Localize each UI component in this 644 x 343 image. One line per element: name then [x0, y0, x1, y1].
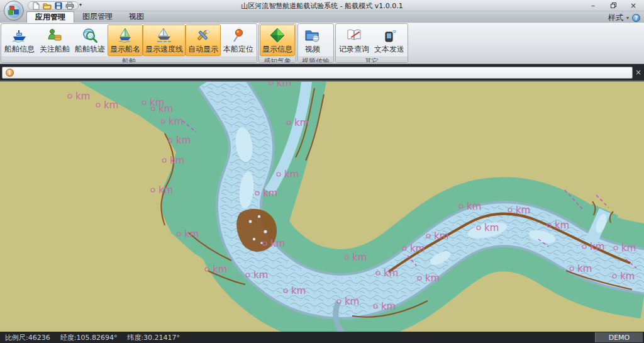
- chevron-down-icon[interactable]: ▾: [626, 15, 629, 21]
- group-label-other: 其它: [336, 57, 408, 63]
- button-label: 自动显示: [188, 44, 218, 55]
- svg-text:km: km: [384, 267, 398, 279]
- svg-text:km: km: [158, 184, 173, 196]
- group-other: 记录查询 文本发送 其它: [335, 23, 408, 63]
- group-ship: 船舶信息 关注船舶 船舶轨迹: [1, 23, 257, 63]
- button-label: 关注船舶: [40, 44, 70, 55]
- svg-text:km: km: [577, 263, 592, 274]
- quick-access-toolbar: [28, 1, 79, 10]
- info-icon: i: [6, 69, 14, 77]
- notification-bar: i: [2, 67, 633, 79]
- button-label: 文本发送: [374, 44, 404, 55]
- video-icon: [304, 27, 321, 43]
- own-ship-locate-icon: [230, 27, 247, 43]
- svg-text:km: km: [434, 230, 448, 242]
- svg-text:km: km: [184, 228, 199, 240]
- button-label: 记录查询: [339, 44, 369, 55]
- application-window: 山区河流智慧航道船载试验系统 - 船载模式 v1.0.0.1 – × ▾: [0, 0, 644, 343]
- button-label: 视频: [305, 44, 320, 55]
- ship-info-icon: [11, 27, 28, 43]
- tab-view[interactable]: 视图: [121, 11, 152, 23]
- demo-mode-badge: DEMO: [595, 332, 643, 342]
- svg-text:km: km: [345, 296, 359, 307]
- ship-info-button[interactable]: 船舶信息: [2, 25, 37, 56]
- svg-text:km: km: [555, 220, 569, 231]
- group-label-ship: 船舶: [1, 57, 257, 63]
- notification-zone: i ×: [0, 64, 644, 81]
- svg-text:km: km: [169, 116, 183, 127]
- show-ship-name-button[interactable]: 显示船名: [108, 25, 143, 56]
- restore-button[interactable]: [608, 1, 619, 11]
- svg-text:km: km: [484, 222, 499, 233]
- button-label: 显示信息: [262, 44, 292, 55]
- print-icon[interactable]: [65, 2, 74, 9]
- svg-text:km: km: [170, 155, 184, 166]
- new-document-icon[interactable]: [32, 2, 40, 10]
- app-menu-button[interactable]: [4, 1, 24, 21]
- group-video: 视频 视频传输: [297, 23, 334, 63]
- group-weather: 显示信息 感知气象: [258, 23, 296, 63]
- show-ship-name-icon: [117, 27, 133, 43]
- help-icon[interactable]: ?: [632, 14, 640, 22]
- show-info-icon: [269, 27, 286, 43]
- title-bar: 山区河流智慧航道船载试验系统 - 船载模式 v1.0.0.1 – ×: [0, 0, 644, 11]
- svg-text:km: km: [381, 301, 396, 312]
- button-label: 显示速度线: [145, 44, 183, 55]
- group-label-weather: 感知气象: [259, 57, 296, 63]
- record-query-button[interactable]: 记录查询: [336, 25, 372, 56]
- video-button[interactable]: 视频: [299, 25, 326, 56]
- group-label-video: 视频传输: [298, 57, 333, 63]
- text-send-button[interactable]: 文本发送: [372, 25, 407, 56]
- svg-text:km: km: [263, 188, 277, 199]
- svg-text:km: km: [158, 103, 173, 115]
- svg-text:km: km: [410, 243, 425, 254]
- tab-layer-management[interactable]: 图层管理: [74, 11, 121, 23]
- app-logo-icon: [7, 4, 21, 18]
- svg-text:km: km: [284, 169, 299, 180]
- close-button[interactable]: ×: [628, 1, 639, 11]
- auto-display-button[interactable]: 自动显示: [186, 25, 221, 56]
- show-info-button[interactable]: 显示信息: [260, 25, 295, 56]
- svg-text:km: km: [352, 252, 367, 263]
- ship-track-button[interactable]: 船舶轨迹: [72, 25, 108, 56]
- svg-text:km: km: [425, 273, 440, 284]
- status-bar: 比例尺:46236 经度:105.82694° 纬度:30.21417° DEM…: [0, 332, 644, 343]
- open-folder-icon[interactable]: [43, 2, 52, 9]
- window-title: 山区河流智慧航道船载试验系统 - 船载模式 v1.0.0.1: [0, 1, 644, 11]
- show-speed-line-button[interactable]: 显示速度线: [143, 25, 186, 56]
- svg-text:km: km: [590, 241, 604, 252]
- style-dropdown[interactable]: 样式: [608, 13, 623, 23]
- map-canvas[interactable]: kmkmkmkmkmkmkmkmkmkmkmkmkmkmkmkmkmkmkmkm…: [0, 81, 644, 332]
- notification-close-button[interactable]: ×: [635, 68, 641, 77]
- minimize-button[interactable]: –: [587, 1, 599, 11]
- auto-display-icon: [195, 27, 211, 43]
- tab-app-management[interactable]: 应用管理: [26, 11, 74, 23]
- svg-text:km: km: [277, 82, 291, 89]
- status-latitude: 纬度:30.21417°: [127, 333, 180, 342]
- follow-ship-button[interactable]: 关注船舶: [37, 25, 72, 56]
- svg-text:km: km: [176, 135, 191, 146]
- svg-text:km: km: [75, 91, 90, 102]
- svg-text:km: km: [467, 201, 481, 212]
- record-query-icon: [346, 27, 362, 43]
- save-icon[interactable]: [55, 2, 62, 9]
- text-send-icon: [381, 27, 397, 43]
- show-speed-line-icon: [156, 27, 172, 43]
- svg-text:km: km: [621, 242, 636, 254]
- ribbon-tab-bar: 应用管理 图层管理 视图 样式 ▾ ?: [0, 11, 644, 23]
- svg-text:km: km: [620, 271, 635, 282]
- svg-text:km: km: [291, 285, 306, 296]
- ribbon: 船舶信息 关注船舶 船舶轨迹: [0, 23, 644, 64]
- svg-text:km: km: [213, 264, 227, 275]
- svg-text:km: km: [516, 205, 530, 216]
- button-label: 显示船名: [110, 44, 140, 55]
- button-label: 船舶轨迹: [75, 44, 105, 55]
- ship-track-icon: [82, 27, 98, 43]
- qat-customize-caret-icon[interactable]: ▾: [79, 2, 82, 8]
- svg-text:km: km: [104, 99, 118, 111]
- status-longitude: 经度:105.82694°: [60, 333, 118, 342]
- own-ship-locate-button[interactable]: 本船定位: [221, 25, 256, 56]
- status-scale: 比例尺:46236: [5, 333, 50, 342]
- svg-text:km: km: [253, 269, 268, 281]
- button-label: 本船定位: [223, 44, 253, 55]
